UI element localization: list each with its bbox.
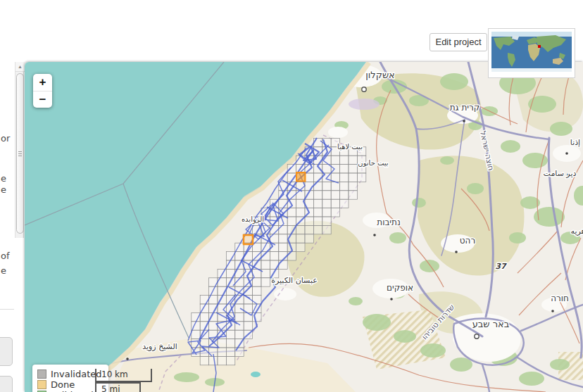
legend-label: Done <box>51 379 75 390</box>
map-canvas[interactable]: אשקלוןקרית גתחוצה ישראלإذنادير سامتרהטנת… <box>25 62 583 392</box>
map-label-road-37: 37 <box>495 262 507 271</box>
zoom-in-button[interactable]: + <box>33 74 52 91</box>
map-label-deir-samet: دير سامت <box>544 169 577 178</box>
sidebar-button-stub[interactable] <box>0 376 13 392</box>
selected-task-square[interactable] <box>244 235 253 244</box>
zoom-out-button[interactable]: − <box>33 91 52 108</box>
sidebar-text-fragment: of <box>1 251 10 261</box>
sidebar-text-fragment: e <box>1 184 6 195</box>
sidebar-button-stub[interactable] <box>0 337 13 366</box>
sidebar-text-fragment: e <box>1 265 6 276</box>
map-label-beit-hanoun: بيت حانون <box>358 159 388 167</box>
scrollbar-up-arrow-icon[interactable]: ▲ <box>15 62 25 72</box>
map-label-sheikh-zuweid: الشيخ زويد <box>142 342 177 351</box>
map-label-idhna: إذنا <box>570 138 580 147</box>
legend-label: Invalidated <box>51 369 102 379</box>
map-scale-bar: 10 km 5 mi <box>95 369 152 392</box>
scrollbar-grip-icon <box>18 153 22 154</box>
map-label-kiryat-gat: קרית גת <box>450 103 480 113</box>
map-label-hureh-partial: هريه <box>571 227 583 236</box>
scale-mi: 5 mi <box>95 382 141 392</box>
sidebar-text-fragment: or <box>1 133 10 144</box>
map-label-beit-lahia: بيت لاهيا <box>337 143 363 151</box>
map-zoom-control: + − <box>33 74 52 108</box>
map-label-abasan-al-kabira: عبسان الكبيرة <box>271 276 318 285</box>
map-label-beer-sheva: באר שבע <box>472 319 510 329</box>
legend-swatch <box>37 369 46 379</box>
project-location-marker <box>538 45 541 48</box>
locked-task-square[interactable] <box>296 172 306 182</box>
map-label-rahat: רהט <box>460 236 475 246</box>
sidebar-text-fragment: e <box>1 173 6 184</box>
edit-project-button[interactable]: Edit project <box>430 33 487 51</box>
map-label-netivot: נתיבות <box>377 217 400 227</box>
map-label-ashkelon: אשקלון <box>365 70 395 80</box>
page: oreeofe ▲ אשקלוןקרית גתחוצה ישראלإذنادير… <box>0 0 583 392</box>
map-label-hura: חורה <box>551 293 569 303</box>
scrollbar-thumb[interactable] <box>16 73 24 234</box>
map-label-az-zawayda: الزوايده <box>242 215 264 224</box>
map-panel[interactable]: אשקלוןקרית גתחוצה ישראלإذنادير سامتרהטנת… <box>25 62 583 392</box>
legend-swatch <box>37 380 46 389</box>
legend-item: Invalidated <box>37 369 102 379</box>
sidebar-divider <box>0 309 14 310</box>
world-locator-minimap[interactable] <box>488 28 575 78</box>
legend-item: Done <box>37 379 102 390</box>
sidebar-scrollbar[interactable]: ▲ <box>15 62 24 238</box>
map-label-ofakim: אופקים <box>387 283 413 293</box>
scale-km: 10 km <box>95 369 152 382</box>
world-map-image <box>491 32 572 72</box>
